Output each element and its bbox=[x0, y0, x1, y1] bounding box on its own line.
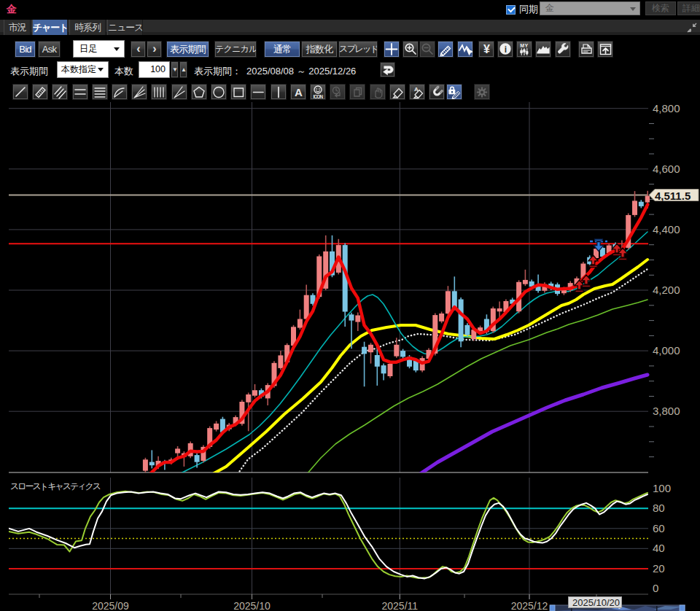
svg-text:80: 80 bbox=[653, 502, 665, 514]
svg-text:2025/09: 2025/09 bbox=[92, 600, 129, 611]
svg-text:4,511.5: 4,511.5 bbox=[655, 190, 691, 202]
svg-text:スローストキャスティクス: スローストキャスティクス bbox=[10, 481, 101, 491]
svg-text:4,200: 4,200 bbox=[653, 284, 680, 296]
svg-text:3,800: 3,800 bbox=[653, 405, 680, 417]
svg-text:20: 20 bbox=[653, 562, 665, 575]
svg-text:4,800: 4,800 bbox=[653, 102, 680, 114]
svg-text:4,000: 4,000 bbox=[653, 344, 680, 357]
svg-text:4,400: 4,400 bbox=[653, 223, 680, 236]
svg-text:2025/12: 2025/12 bbox=[511, 600, 548, 611]
svg-text:60: 60 bbox=[653, 522, 665, 534]
svg-text:0: 0 bbox=[653, 582, 658, 594]
svg-text:4,600: 4,600 bbox=[653, 163, 680, 175]
svg-text:2025/10/20: 2025/10/20 bbox=[572, 597, 620, 608]
svg-text:2025/11: 2025/11 bbox=[382, 600, 419, 611]
svg-text:100: 100 bbox=[653, 482, 671, 494]
svg-text:2025/10: 2025/10 bbox=[233, 600, 271, 611]
svg-text:40: 40 bbox=[653, 542, 665, 554]
